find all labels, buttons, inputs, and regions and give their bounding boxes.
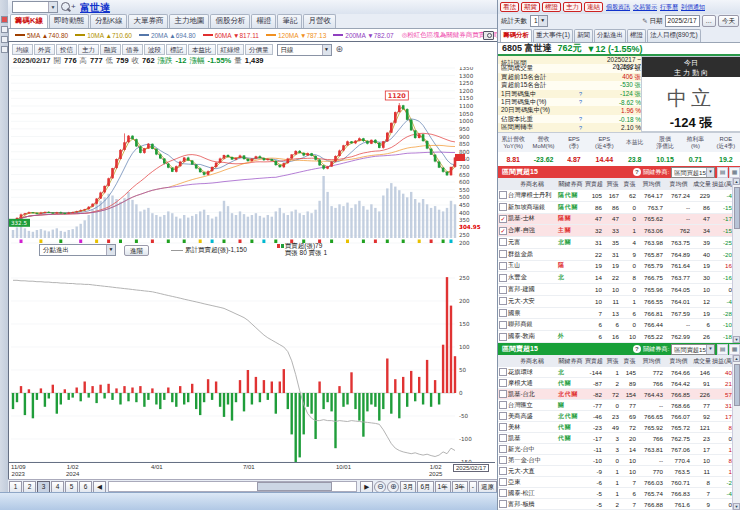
chart-subtab-1[interactable]: 外資 <box>34 44 55 55</box>
quick-link-交易警示[interactable]: 交易警示 <box>633 3 657 12</box>
column-header[interactable]: 損益(萬) <box>712 180 734 189</box>
broker-name[interactable]: 元大-大直 <box>507 467 557 476</box>
broker-row[interactable]: ✓合庫-自強主關32331763.0676234-15 <box>498 225 734 237</box>
quick-button-主力[interactable]: 主力 <box>563 2 582 12</box>
broker-row[interactable]: ✓凱基-士林隔關47470765.62--47-17 <box>498 214 734 226</box>
period-button-6月[interactable]: 6月 <box>417 481 433 493</box>
quick-button-連結[interactable]: 連結 <box>584 2 603 12</box>
broker-row[interactable]: 元大-大直-9110770763.5111 <box>498 466 734 477</box>
page-button-1[interactable]: 1 <box>9 481 22 493</box>
main-tab-4[interactable]: 主力地圖 <box>169 14 209 28</box>
broker-name[interactable]: 元富 <box>507 238 557 247</box>
quick-link-行事曆[interactable]: 行事曆 <box>660 3 678 12</box>
scroll-left-icon[interactable]: ◀ <box>93 481 106 493</box>
column-header[interactable]: 買均價 <box>638 180 665 189</box>
broker-row[interactable]: 摩根大通代關-87289766764.429121 <box>498 378 734 389</box>
grid-view-icon[interactable]: ▦ <box>729 344 740 355</box>
broker-row[interactable]: 富邦-板橋-527766.88761.690 <box>498 499 734 510</box>
chart-subtab-7[interactable]: 標記 <box>166 44 187 55</box>
chevron-down-icon[interactable]: ▼ <box>706 168 714 177</box>
help-icon[interactable]: ? <box>579 99 589 105</box>
column-header[interactable]: 成交量 <box>692 180 712 189</box>
right-tab-5[interactable]: 法人目標(890元) <box>647 29 701 42</box>
main-tab-2[interactable]: 分點K線 <box>90 14 128 28</box>
broker-row[interactable]: 國泰-敦南外61610765.22762.9926-18 <box>498 331 734 343</box>
broker-name[interactable]: 美林 <box>507 423 557 432</box>
column-header[interactable]: 買張 <box>604 357 621 366</box>
main-tab-6[interactable]: 權證 <box>251 14 276 28</box>
chart-subtab-2[interactable]: 投信 <box>56 44 77 55</box>
row-checkbox[interactable] <box>499 379 507 387</box>
row-checkbox[interactable] <box>499 321 507 329</box>
row-checkbox[interactable] <box>499 250 507 258</box>
broker-row[interactable]: 美商高盛北代關-462369766.65766.079217 <box>498 411 734 422</box>
stock-search-combo[interactable]: ▼ <box>12 1 58 13</box>
broker-name[interactable]: 第一金-台中 <box>507 456 557 465</box>
broker-row[interactable]: 元富北關31354763.98763.7539-25 <box>498 237 734 249</box>
broker-row[interactable]: 凱基-台北北代關-8272154764.43766.8522657 <box>498 389 734 400</box>
chart-subtab-3[interactable]: 主力 <box>78 44 99 55</box>
scroll-up-icon[interactable]: ▲ <box>733 355 740 362</box>
broker-row[interactable]: 國票7136766.81767.5919-28 <box>498 308 734 320</box>
help-icon[interactable]: ? <box>579 125 589 131</box>
broker-name[interactable]: 國泰-敦南 <box>507 332 557 341</box>
broker-name[interactable]: 聯邦商銀 <box>507 320 557 329</box>
row-checkbox[interactable] <box>499 478 507 486</box>
chart-subtab-0[interactable]: 均線 <box>12 44 33 55</box>
broker-row[interactable]: 國泰-松江-516765.74766.837-4 <box>498 488 734 499</box>
main-tab-3[interactable]: 大單券商 <box>128 14 168 28</box>
chart-subtab-9[interactable]: 紅綠燈 <box>217 44 245 55</box>
strip-red-icon[interactable] <box>1 16 8 23</box>
chart-subtab-10[interactable]: 分價量 <box>245 44 273 55</box>
row-checkbox[interactable] <box>499 390 507 398</box>
quick-link-到價通知[interactable]: 到價通知 <box>681 3 705 12</box>
broker-row[interactable]: 第一金-台中-10010--770.4108 <box>498 455 734 466</box>
days-dropdown[interactable]: 1▼ <box>530 15 548 27</box>
help-icon[interactable]: ? <box>579 116 589 122</box>
scrollbar-thumb[interactable] <box>734 364 740 406</box>
broker-row[interactable]: 花旗環球北-1441145772764.6614640 <box>498 367 734 378</box>
flow-advanced-button[interactable]: 進階 <box>124 245 149 256</box>
right-tab-0[interactable]: 籌碼分析 <box>500 29 532 42</box>
row-checkbox[interactable] <box>499 401 507 409</box>
main-tab-0[interactable]: 籌碼K線 <box>10 14 48 28</box>
candlestick-chart[interactable]: 1350130012501200115011001050100095090085… <box>9 67 496 245</box>
row-checkbox[interactable] <box>499 434 507 442</box>
chart-subtab-4[interactable]: 融資 <box>100 44 121 55</box>
row-checkbox[interactable] <box>499 423 507 431</box>
period-button-3月[interactable]: 3月 <box>400 481 416 493</box>
chevron-down-icon[interactable]: ▼ <box>322 45 331 55</box>
broker-name[interactable]: 凱基-台北 <box>507 390 557 399</box>
broker-row[interactable]: 亞東-617766.03760.718-2 <box>498 477 734 488</box>
broker-row[interactable]: 新光-台中-11314763.81767.06171 <box>498 444 734 455</box>
column-header[interactable]: 賣張 <box>621 357 638 366</box>
help-icon[interactable]: ? <box>579 91 589 97</box>
page-button-4[interactable]: 4 <box>51 481 64 493</box>
search-icon[interactable] <box>61 2 70 11</box>
main-tab-1[interactable]: 即時動態 <box>49 14 89 28</box>
quick-link-個股資訊[interactable]: 個股資訊 <box>606 3 630 12</box>
period-dropdown[interactable]: 日線▼ <box>277 44 332 56</box>
row-checkbox[interactable] <box>499 333 507 341</box>
broker-name[interactable]: 新光-台中 <box>507 445 557 454</box>
broker-name[interactable]: 台灣摩根士丹利 <box>507 191 557 200</box>
buy-section-dropdown[interactable]: 區間買超15▼ <box>671 167 715 178</box>
right-tab-1[interactable]: 重大事件(1) <box>533 29 573 42</box>
column-header[interactable]: 成交量 <box>692 357 712 366</box>
broker-row[interactable]: 玉山隔19190765.79761.641916 <box>498 261 734 273</box>
stock-title-link[interactable]: 富世達 <box>80 1 110 15</box>
main-tab-7[interactable]: 筆記 <box>277 14 302 28</box>
broker-name[interactable]: 富邦-板橋 <box>507 500 557 509</box>
scrollbar-thumb[interactable] <box>734 187 740 229</box>
broker-name[interactable]: 國泰-松江 <box>507 489 557 498</box>
chart-subtab-8[interactable]: 本益比 <box>188 44 216 55</box>
broker-name[interactable]: 新加坡商瑞銀 <box>507 203 557 212</box>
broker-name[interactable]: 群益金鼎 <box>507 250 557 259</box>
page-button-5[interactable]: 5 <box>65 481 78 493</box>
chevron-down-icon[interactable]: ▼ <box>706 345 714 354</box>
row-checkbox[interactable] <box>499 297 507 305</box>
column-header[interactable]: 賣均價 <box>665 180 692 189</box>
row-checkbox[interactable] <box>499 309 507 317</box>
main-tab-5[interactable]: 個股分析 <box>210 14 250 28</box>
date-more-button[interactable]: … <box>702 15 717 27</box>
